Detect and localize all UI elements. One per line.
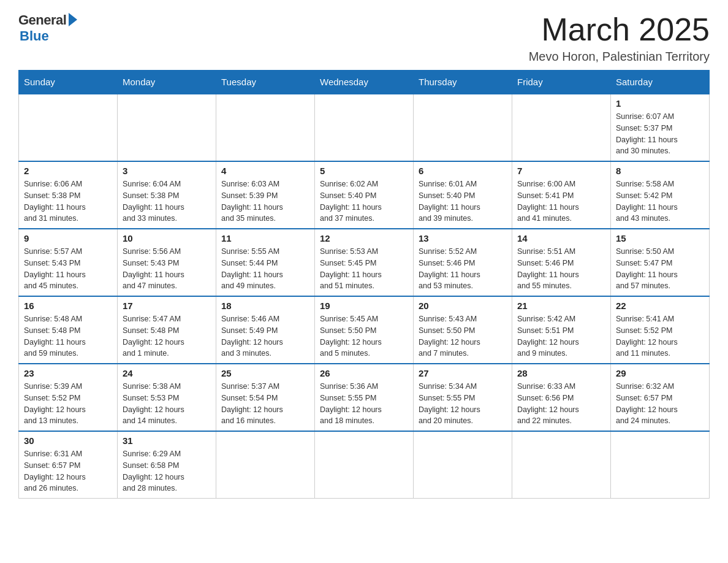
calendar-cell: 17Sunrise: 5:47 AMSunset: 5:48 PMDayligh… bbox=[118, 296, 216, 364]
weekday-header-monday: Monday bbox=[118, 71, 216, 94]
calendar-cell: 4Sunrise: 6:03 AMSunset: 5:39 PMDaylight… bbox=[216, 161, 315, 229]
day-info: Sunrise: 5:55 AMSunset: 5:44 PMDaylight:… bbox=[221, 246, 309, 292]
calendar-cell bbox=[414, 431, 512, 499]
calendar-cell: 11Sunrise: 5:55 AMSunset: 5:44 PMDayligh… bbox=[216, 229, 315, 296]
day-number: 30 bbox=[24, 435, 112, 446]
day-info: Sunrise: 6:29 AMSunset: 6:58 PMDaylight:… bbox=[123, 448, 211, 494]
day-info: Sunrise: 5:48 AMSunset: 5:48 PMDaylight:… bbox=[24, 313, 112, 359]
day-info: Sunrise: 6:00 AMSunset: 5:41 PMDaylight:… bbox=[517, 178, 605, 224]
day-info: Sunrise: 5:56 AMSunset: 5:43 PMDaylight:… bbox=[123, 246, 211, 292]
calendar-cell: 13Sunrise: 5:52 AMSunset: 5:46 PMDayligh… bbox=[414, 229, 512, 296]
day-info: Sunrise: 5:41 AMSunset: 5:52 PMDaylight:… bbox=[616, 313, 704, 359]
logo-bottom-text: Blue bbox=[20, 28, 49, 44]
day-number: 5 bbox=[320, 166, 408, 176]
day-number: 14 bbox=[517, 233, 605, 243]
day-number: 13 bbox=[419, 233, 507, 243]
day-number: 29 bbox=[616, 368, 704, 378]
day-info: Sunrise: 5:38 AMSunset: 5:53 PMDaylight:… bbox=[123, 381, 211, 427]
day-number: 2 bbox=[24, 166, 112, 176]
day-info: Sunrise: 5:57 AMSunset: 5:43 PMDaylight:… bbox=[24, 246, 112, 292]
calendar-cell bbox=[315, 431, 414, 499]
day-number: 20 bbox=[419, 301, 507, 311]
day-number: 12 bbox=[320, 233, 408, 243]
day-number: 18 bbox=[221, 301, 309, 311]
day-info: Sunrise: 5:47 AMSunset: 5:48 PMDaylight:… bbox=[123, 313, 211, 359]
title-section: March 2025 Mevo Horon, Palestinian Terri… bbox=[529, 12, 710, 64]
day-info: Sunrise: 5:37 AMSunset: 5:54 PMDaylight:… bbox=[221, 381, 309, 427]
calendar-cell bbox=[611, 431, 710, 499]
calendar-cell: 28Sunrise: 6:33 AMSunset: 6:56 PMDayligh… bbox=[512, 364, 611, 431]
day-info: Sunrise: 5:42 AMSunset: 5:51 PMDaylight:… bbox=[517, 313, 605, 359]
day-number: 31 bbox=[123, 435, 211, 446]
day-number: 27 bbox=[419, 368, 507, 378]
calendar-cell: 25Sunrise: 5:37 AMSunset: 5:54 PMDayligh… bbox=[216, 364, 315, 431]
day-number: 17 bbox=[123, 301, 211, 311]
day-number: 22 bbox=[616, 301, 704, 311]
calendar-cell: 19Sunrise: 5:45 AMSunset: 5:50 PMDayligh… bbox=[315, 296, 414, 364]
calendar-cell: 20Sunrise: 5:43 AMSunset: 5:50 PMDayligh… bbox=[414, 296, 512, 364]
day-number: 25 bbox=[221, 368, 309, 378]
day-info: Sunrise: 5:45 AMSunset: 5:50 PMDaylight:… bbox=[320, 313, 408, 359]
day-number: 23 bbox=[24, 368, 112, 378]
calendar-cell: 12Sunrise: 5:53 AMSunset: 5:45 PMDayligh… bbox=[315, 229, 414, 296]
calendar-cell: 8Sunrise: 5:58 AMSunset: 5:42 PMDaylight… bbox=[611, 161, 710, 229]
weekday-header-friday: Friday bbox=[512, 71, 611, 94]
calendar-cell bbox=[512, 94, 611, 161]
calendar-cell bbox=[216, 431, 315, 499]
calendar-week-row: 1Sunrise: 6:07 AMSunset: 5:37 PMDaylight… bbox=[19, 94, 710, 161]
calendar-cell: 6Sunrise: 6:01 AMSunset: 5:40 PMDaylight… bbox=[414, 161, 512, 229]
month-title: March 2025 bbox=[529, 12, 710, 47]
day-number: 6 bbox=[419, 166, 507, 176]
calendar-cell: 14Sunrise: 5:51 AMSunset: 5:46 PMDayligh… bbox=[512, 229, 611, 296]
calendar-cell: 21Sunrise: 5:42 AMSunset: 5:51 PMDayligh… bbox=[512, 296, 611, 364]
calendar-cell: 23Sunrise: 5:39 AMSunset: 5:52 PMDayligh… bbox=[19, 364, 118, 431]
day-number: 15 bbox=[616, 233, 704, 243]
calendar-cell: 22Sunrise: 5:41 AMSunset: 5:52 PMDayligh… bbox=[611, 296, 710, 364]
day-number: 11 bbox=[221, 233, 309, 243]
day-info: Sunrise: 5:50 AMSunset: 5:47 PMDaylight:… bbox=[616, 246, 704, 292]
calendar-header-row: SundayMondayTuesdayWednesdayThursdayFrid… bbox=[19, 71, 710, 94]
day-info: Sunrise: 5:34 AMSunset: 5:55 PMDaylight:… bbox=[419, 381, 507, 427]
logo: General Blue bbox=[18, 12, 80, 44]
calendar-week-row: 23Sunrise: 5:39 AMSunset: 5:52 PMDayligh… bbox=[19, 364, 710, 431]
calendar-week-row: 16Sunrise: 5:48 AMSunset: 5:48 PMDayligh… bbox=[19, 296, 710, 364]
calendar-cell: 5Sunrise: 6:02 AMSunset: 5:40 PMDaylight… bbox=[315, 161, 414, 229]
calendar-week-row: 2Sunrise: 6:06 AMSunset: 5:38 PMDaylight… bbox=[19, 161, 710, 229]
calendar-cell: 10Sunrise: 5:56 AMSunset: 5:43 PMDayligh… bbox=[118, 229, 216, 296]
calendar-cell bbox=[19, 94, 118, 161]
calendar-table: SundayMondayTuesdayWednesdayThursdayFrid… bbox=[18, 70, 710, 499]
day-number: 7 bbox=[517, 166, 605, 176]
day-number: 1 bbox=[616, 98, 704, 109]
day-info: Sunrise: 5:43 AMSunset: 5:50 PMDaylight:… bbox=[419, 313, 507, 359]
day-info: Sunrise: 6:01 AMSunset: 5:40 PMDaylight:… bbox=[419, 178, 507, 224]
calendar-cell: 7Sunrise: 6:00 AMSunset: 5:41 PMDaylight… bbox=[512, 161, 611, 229]
day-info: Sunrise: 5:46 AMSunset: 5:49 PMDaylight:… bbox=[221, 313, 309, 359]
calendar-cell: 9Sunrise: 5:57 AMSunset: 5:43 PMDaylight… bbox=[19, 229, 118, 296]
weekday-header-saturday: Saturday bbox=[611, 71, 710, 94]
calendar-cell: 30Sunrise: 6:31 AMSunset: 6:57 PMDayligh… bbox=[19, 431, 118, 499]
calendar-cell bbox=[414, 94, 512, 161]
day-number: 16 bbox=[24, 301, 112, 311]
day-info: Sunrise: 6:03 AMSunset: 5:39 PMDaylight:… bbox=[221, 178, 309, 224]
calendar-cell: 31Sunrise: 6:29 AMSunset: 6:58 PMDayligh… bbox=[118, 431, 216, 499]
weekday-header-sunday: Sunday bbox=[19, 71, 118, 94]
calendar-week-row: 9Sunrise: 5:57 AMSunset: 5:43 PMDaylight… bbox=[19, 229, 710, 296]
day-info: Sunrise: 5:58 AMSunset: 5:42 PMDaylight:… bbox=[616, 178, 704, 224]
weekday-header-tuesday: Tuesday bbox=[216, 71, 315, 94]
day-info: Sunrise: 6:04 AMSunset: 5:38 PMDaylight:… bbox=[123, 178, 211, 224]
day-number: 28 bbox=[517, 368, 605, 378]
calendar-cell: 26Sunrise: 5:36 AMSunset: 5:55 PMDayligh… bbox=[315, 364, 414, 431]
day-number: 21 bbox=[517, 301, 605, 311]
calendar-cell: 16Sunrise: 5:48 AMSunset: 5:48 PMDayligh… bbox=[19, 296, 118, 364]
calendar-cell: 3Sunrise: 6:04 AMSunset: 5:38 PMDaylight… bbox=[118, 161, 216, 229]
day-number: 19 bbox=[320, 301, 408, 311]
day-info: Sunrise: 6:02 AMSunset: 5:40 PMDaylight:… bbox=[320, 178, 408, 224]
day-number: 9 bbox=[24, 233, 112, 243]
day-info: Sunrise: 6:33 AMSunset: 6:56 PMDaylight:… bbox=[517, 381, 605, 427]
day-info: Sunrise: 5:51 AMSunset: 5:46 PMDaylight:… bbox=[517, 246, 605, 292]
page-header: General Blue March 2025 Mevo Horon, Pale… bbox=[18, 12, 710, 64]
location-text: Mevo Horon, Palestinian Territory bbox=[529, 50, 710, 64]
day-number: 4 bbox=[221, 166, 309, 176]
calendar-cell: 18Sunrise: 5:46 AMSunset: 5:49 PMDayligh… bbox=[216, 296, 315, 364]
calendar-week-row: 30Sunrise: 6:31 AMSunset: 6:57 PMDayligh… bbox=[19, 431, 710, 499]
